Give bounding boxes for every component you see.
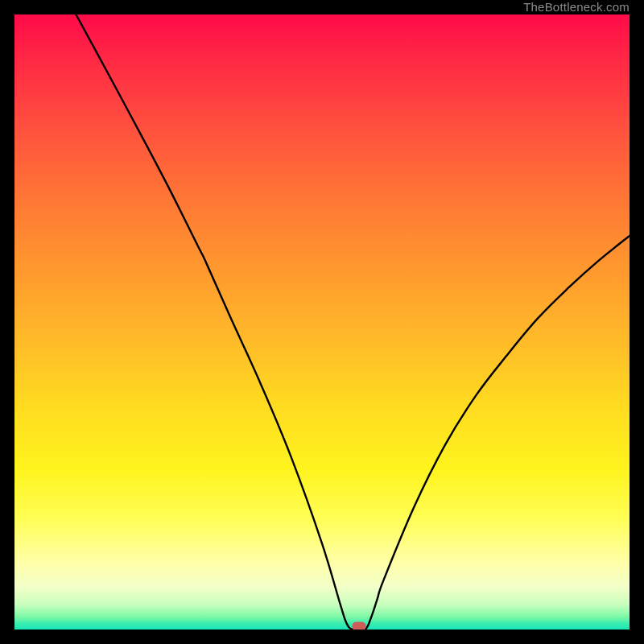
optimal-point-marker bbox=[352, 622, 365, 630]
gradient-background bbox=[14, 14, 630, 630]
plot-area bbox=[14, 14, 630, 630]
chart-container: TheBottleneck.com bbox=[0, 0, 644, 644]
watermark-text: TheBottleneck.com bbox=[523, 0, 630, 14]
